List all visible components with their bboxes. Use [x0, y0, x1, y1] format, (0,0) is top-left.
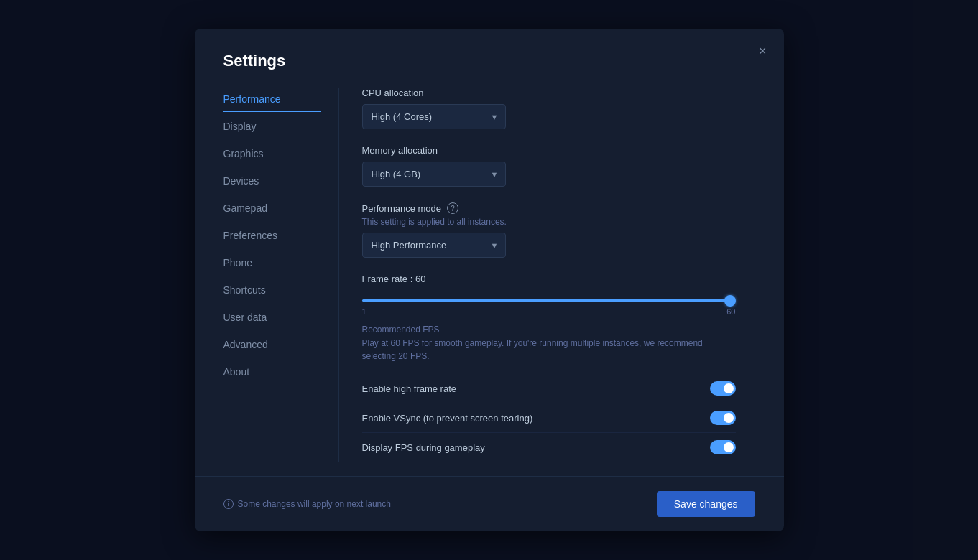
toggle-vsync[interactable] [710, 411, 736, 425]
toggle-row-display-fps: Display FPS during gameplay [362, 433, 736, 462]
sidebar-item-user-data[interactable]: User data [223, 306, 321, 330]
toggle-high-frame-rate-track [710, 381, 736, 396]
memory-allocation-label: Memory allocation [362, 145, 755, 156]
cpu-allocation-label: CPU allocation [362, 88, 755, 98]
frame-rate-slider[interactable] [362, 299, 736, 302]
slider-min-label: 1 [362, 307, 366, 316]
performance-mode-wrapper: High Performance Balanced Power Saving ▼ [362, 233, 506, 258]
toggle-vsync-track [710, 411, 736, 425]
save-changes-button[interactable]: Save changes [657, 491, 755, 517]
sidebar: Performance Display Graphics Devices Gam… [223, 88, 338, 462]
performance-mode-sublabel: This setting is applied to all instances… [362, 217, 755, 227]
toggle-high-frame-rate[interactable] [710, 381, 736, 396]
sidebar-item-about[interactable]: About [223, 360, 321, 385]
toggle-vsync-label: Enable VSync (to prevent screen tearing) [362, 413, 533, 424]
sidebar-item-graphics[interactable]: Graphics [223, 142, 321, 167]
footer-note-text: Some changes will apply on next launch [238, 499, 391, 509]
sidebar-item-gamepad[interactable]: Gamepad [223, 197, 321, 221]
cpu-allocation-wrapper: High (4 Cores) Low (1 Core) Medium (2 Co… [362, 104, 506, 129]
performance-mode-select[interactable]: High Performance Balanced Power Saving [362, 233, 506, 258]
rec-fps-title: Recommended FPS [362, 325, 755, 335]
footer-note: i Some changes will apply on next launch [223, 499, 391, 509]
toggle-display-fps[interactable] [710, 440, 736, 454]
sidebar-item-display[interactable]: Display [223, 115, 321, 139]
slider-range-labels: 1 60 [362, 307, 736, 316]
sidebar-item-preferences[interactable]: Preferences [223, 224, 321, 248]
rec-fps-description: Play at 60 FPS for smooth gameplay. If y… [362, 337, 721, 363]
performance-mode-help-icon[interactable]: ? [447, 202, 458, 214]
modal-overlay: × Settings Performance Display Graphics … [0, 0, 978, 560]
close-button[interactable]: × [755, 42, 771, 60]
slider-max-label: 60 [726, 307, 735, 316]
memory-allocation-wrapper: High (4 GB) Low (1 GB) Medium (2 GB) Ult… [362, 162, 506, 187]
frame-rate-slider-container [362, 291, 736, 304]
toggle-row-high-frame-rate: Enable high frame rate [362, 374, 736, 403]
toggle-high-frame-rate-label: Enable high frame rate [362, 383, 457, 394]
modal-body: Performance Display Graphics Devices Gam… [195, 88, 784, 462]
sidebar-item-performance[interactable]: Performance [223, 88, 321, 112]
performance-mode-label: Performance mode [362, 203, 442, 214]
sidebar-item-devices[interactable]: Devices [223, 169, 321, 194]
sidebar-item-shortcuts[interactable]: Shortcuts [223, 279, 321, 303]
toggle-display-fps-track [710, 440, 736, 454]
cpu-allocation-select[interactable]: High (4 Cores) Low (1 Core) Medium (2 Co… [362, 104, 506, 129]
content-panel: CPU allocation High (4 Cores) Low (1 Cor… [338, 88, 755, 462]
performance-mode-title-row: Performance mode ? [362, 202, 755, 214]
settings-modal: × Settings Performance Display Graphics … [195, 29, 784, 531]
modal-footer: i Some changes will apply on next launch… [195, 476, 784, 531]
modal-title: Settings [195, 29, 784, 88]
frame-rate-label: Frame rate : 60 [362, 274, 755, 284]
toggle-row-vsync: Enable VSync (to prevent screen tearing) [362, 403, 736, 433]
sidebar-item-phone[interactable]: Phone [223, 251, 321, 276]
info-icon: i [223, 499, 234, 509]
sidebar-item-advanced[interactable]: Advanced [223, 333, 321, 358]
memory-allocation-select[interactable]: High (4 GB) Low (1 GB) Medium (2 GB) Ult… [362, 162, 506, 187]
toggle-display-fps-label: Display FPS during gameplay [362, 442, 485, 453]
